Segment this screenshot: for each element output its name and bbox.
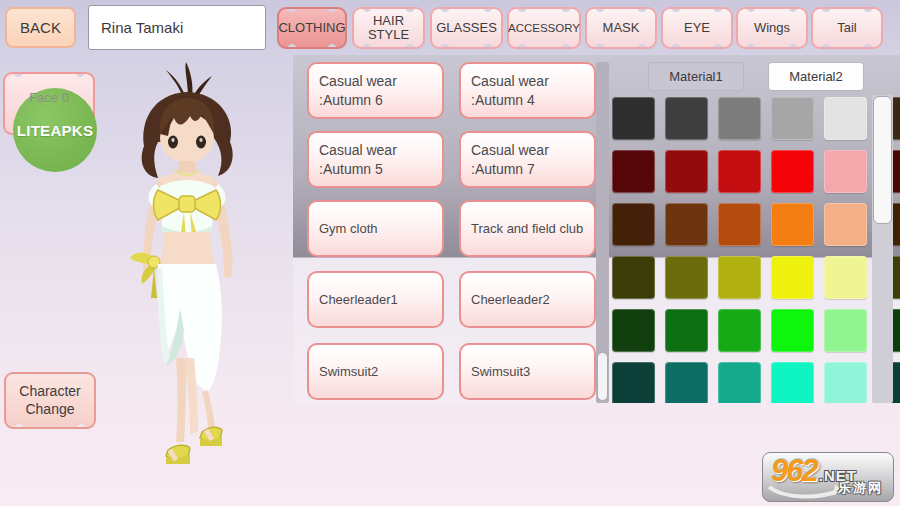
color-swatch-r2-c5[interactable] (824, 150, 867, 193)
tab-tail[interactable]: Tail (811, 7, 883, 49)
material-tab-label: Material1 (669, 69, 722, 84)
color-swatch-r3-c2[interactable] (665, 203, 708, 246)
tab-label: GLASSES (436, 21, 497, 35)
clothing-item-label: Gym cloth (319, 220, 432, 238)
swoosh-arrow-icon (767, 483, 847, 501)
clothing-item-label: Casual wear (471, 141, 584, 160)
clothing-item-cheerleader2[interactable]: Cheerleader2 (459, 271, 596, 328)
character-name-input[interactable] (88, 5, 266, 50)
clothing-item-casual-wear-autumn-5[interactable]: Casual wear:Autumn 5 (307, 131, 444, 188)
color-swatch-r4-c4[interactable] (771, 256, 814, 299)
tab-label: HAIR STYLE (354, 14, 423, 43)
liteapks-label: LITEAPKS (17, 122, 94, 139)
color-swatch-r1-c5[interactable] (824, 97, 867, 140)
color-swatch-r6-c1[interactable] (612, 362, 655, 403)
tab-label: CLOTHING (278, 21, 345, 35)
clothing-item-swimsuit2[interactable]: Swimsuit2 (307, 343, 444, 400)
tab-label: MASK (603, 21, 640, 35)
color-swatch-r2-c2[interactable] (665, 150, 708, 193)
color-swatch-r1-c4[interactable] (771, 97, 814, 140)
clothing-list: Casual wear:Autumn 6Casual wear:Autumn 4… (293, 55, 596, 403)
material-tab-label: Material2 (789, 69, 842, 84)
color-swatch-r5-c1[interactable] (612, 309, 655, 352)
clothing-item-label: Swimsuit3 (471, 363, 584, 381)
palette-scrollbar[interactable] (872, 95, 893, 403)
tab-hair-style[interactable]: HAIR STYLE (352, 7, 425, 49)
color-swatch-r2-c4[interactable] (771, 150, 814, 193)
clothing-item-casual-wear-autumn-6[interactable]: Casual wear:Autumn 6 (307, 62, 444, 119)
color-swatch-r6-c2[interactable] (665, 362, 708, 403)
clothing-scrollbar-thumb[interactable] (597, 352, 608, 401)
color-swatch-r5-c2[interactable] (665, 309, 708, 352)
clothing-item-label: :Autumn 5 (319, 160, 432, 179)
tab-glasses[interactable]: GLASSES (430, 7, 503, 49)
color-swatch-r5-c3[interactable] (718, 309, 761, 352)
clothing-item-label: Casual wear (471, 72, 584, 91)
tab-accessory[interactable]: ACCESSORY (507, 7, 581, 49)
color-swatch-r1-c3[interactable] (718, 97, 761, 140)
color-swatch-r5-c5[interactable] (824, 309, 867, 352)
clothing-list-scrollbar[interactable] (596, 62, 609, 403)
tab-label: ACCESSORY (508, 22, 580, 35)
clothing-item-cheerleader1[interactable]: Cheerleader1 (307, 271, 444, 328)
color-swatch-r3-c5[interactable] (824, 203, 867, 246)
tab-label: Wings (754, 21, 790, 35)
material-tab-2[interactable]: Material2 (768, 62, 864, 91)
clothing-item-label: Track and field club (471, 220, 584, 238)
color-swatch-r3-c3[interactable] (718, 203, 761, 246)
clothing-item-label: Casual wear (319, 141, 432, 160)
leyou-cn-label: 乐游网 (838, 479, 883, 497)
character-change-button[interactable]: Character Change (4, 372, 96, 429)
tab-label: Tail (837, 21, 857, 35)
clothing-item-label: :Autumn 6 (319, 91, 432, 110)
color-swatch-r2-c3[interactable] (718, 150, 761, 193)
palette-scrollbar-thumb[interactable] (873, 96, 892, 224)
material-tab-1[interactable]: Material1 (648, 62, 744, 91)
clothing-item-label: Swimsuit2 (319, 363, 432, 381)
color-swatch-r6-c4[interactable] (771, 362, 814, 403)
color-swatch-r6-c5[interactable] (824, 362, 867, 403)
tab-mask[interactable]: MASK (585, 7, 657, 49)
color-swatch-r3-c4[interactable] (771, 203, 814, 246)
clothing-item-label: Cheerleader1 (319, 291, 432, 309)
tab-label: EYE (684, 21, 710, 35)
clothing-item-casual-wear-autumn-4[interactable]: Casual wear:Autumn 4 (459, 62, 596, 119)
clothing-item-label: Casual wear (319, 72, 432, 91)
color-swatch-r4-c2[interactable] (665, 256, 708, 299)
color-swatch-r4-c5[interactable] (824, 256, 867, 299)
tab-eye[interactable]: EYE (661, 7, 733, 49)
clothing-item-label: :Autumn 7 (471, 160, 584, 179)
color-swatch-r2-c1[interactable] (612, 150, 655, 193)
962net-watermark: 962 .NET 乐游网 (762, 452, 894, 502)
clothing-item-label: Cheerleader2 (471, 291, 584, 309)
clothing-item-gym-cloth[interactable]: Gym cloth (307, 200, 444, 257)
color-swatch-r1-c1[interactable] (612, 97, 655, 140)
character-preview (118, 58, 293, 483)
color-swatch-r4-c1[interactable] (612, 256, 655, 299)
clothing-item-track-and-field-club[interactable]: Track and field club (459, 200, 596, 257)
color-palette: Material1Material2 (610, 55, 900, 403)
color-swatch-r5-c4[interactable] (771, 309, 814, 352)
color-swatch-r1-c2[interactable] (665, 97, 708, 140)
clothing-item-label: :Autumn 4 (471, 91, 584, 110)
back-button[interactable]: BACK (5, 7, 76, 48)
clothing-item-casual-wear-autumn-7[interactable]: Casual wear:Autumn 7 (459, 131, 596, 188)
color-swatch-r3-c1[interactable] (612, 203, 655, 246)
tab-clothing[interactable]: CLOTHING (277, 7, 347, 49)
character-change-label: Character Change (19, 383, 80, 418)
color-swatch-r4-c3[interactable] (718, 256, 761, 299)
tab-wings[interactable]: Wings (736, 7, 808, 49)
liteapks-watermark: LITEAPKS (13, 88, 97, 172)
clothing-item-swimsuit3[interactable]: Swimsuit3 (459, 343, 596, 400)
color-swatch-r6-c3[interactable] (718, 362, 761, 403)
